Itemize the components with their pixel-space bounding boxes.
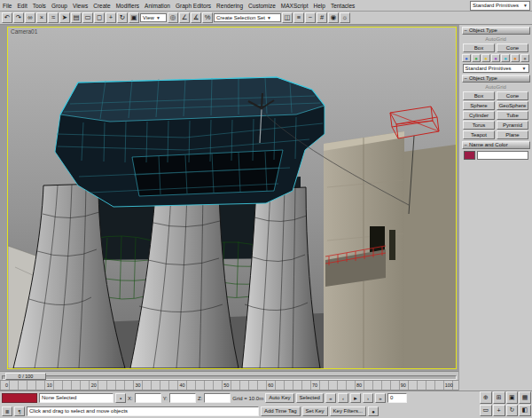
zoom-icon[interactable]: ⊕ bbox=[480, 391, 492, 404]
menu-group[interactable]: Group bbox=[49, 3, 70, 9]
schematic-view-icon[interactable]: # bbox=[317, 12, 327, 23]
auto-key-button[interactable]: Auto Key bbox=[265, 393, 293, 403]
material-editor-icon[interactable]: ◉ bbox=[328, 12, 339, 23]
zoom-region-icon[interactable]: ▭ bbox=[480, 405, 492, 417]
listener-icon[interactable]: ¶ bbox=[14, 406, 25, 416]
x-coordinate-field[interactable] bbox=[135, 393, 161, 403]
rollout-object-type-mini[interactable]: − Object Type bbox=[462, 27, 530, 35]
time-slider-handle[interactable]: 0 / 100 bbox=[5, 373, 46, 380]
lights-icon[interactable]: ● bbox=[481, 54, 490, 62]
key-filters-button[interactable]: Key Filters... bbox=[330, 406, 366, 416]
use-pivot-center-icon[interactable]: ◎ bbox=[168, 12, 178, 23]
menu-maxscript[interactable]: MAXScript bbox=[278, 3, 311, 9]
y-coordinate-field[interactable] bbox=[169, 393, 196, 403]
menu-file[interactable]: File bbox=[0, 3, 14, 9]
maxscript-icon[interactable]: ≣ bbox=[2, 406, 12, 416]
select-and-link-icon[interactable]: ∞ bbox=[25, 12, 35, 23]
track-bar[interactable]: 0 10 20 30 40 50 60 70 80 90 100 bbox=[0, 381, 458, 390]
snap-toggle-icon[interactable]: ∠ bbox=[179, 12, 190, 23]
box-button-mini[interactable]: Box bbox=[463, 43, 495, 52]
pyramid-button[interactable]: Pyramid bbox=[497, 121, 528, 130]
zoom-all-icon[interactable]: ⊞ bbox=[493, 391, 505, 404]
play-icon[interactable]: ► bbox=[350, 393, 361, 403]
set-key-button[interactable]: Set Key bbox=[302, 406, 328, 416]
angle-snap-icon[interactable]: ∡ bbox=[191, 12, 201, 23]
box-button[interactable]: Box bbox=[463, 91, 495, 100]
cylinder-button[interactable]: Cylinder bbox=[463, 111, 495, 120]
viewport-area[interactable]: Camera01 bbox=[0, 25, 458, 371]
previous-frame-icon[interactable]: ‹ bbox=[338, 393, 348, 403]
select-by-name-icon[interactable]: ▤ bbox=[71, 12, 82, 23]
menu-rendering[interactable]: Rendering bbox=[214, 3, 246, 9]
viewport-label[interactable]: Camera01 bbox=[11, 28, 37, 35]
bind-to-space-warp-icon[interactable]: ≈ bbox=[48, 12, 59, 23]
rollout-object-type[interactable]: − Object Type bbox=[462, 75, 530, 83]
tube-button[interactable]: Tube bbox=[497, 111, 528, 120]
curve-editor-icon[interactable]: ~ bbox=[305, 12, 316, 23]
menu-tentacles[interactable]: Tentacles bbox=[328, 3, 357, 9]
cameras-icon[interactable]: ● bbox=[491, 54, 500, 62]
redo-icon[interactable]: ↷ bbox=[13, 12, 24, 23]
menu-tools[interactable]: Tools bbox=[30, 3, 49, 9]
select-and-move-icon[interactable]: + bbox=[106, 12, 116, 23]
teapot-button[interactable]: Teapot bbox=[463, 130, 495, 139]
reference-coordinate-dropdown[interactable]: View ▼ bbox=[140, 13, 167, 22]
helpers-icon[interactable]: ● bbox=[501, 54, 510, 62]
select-and-scale-icon[interactable]: ▣ bbox=[129, 12, 139, 23]
select-object-icon[interactable]: ➤ bbox=[59, 12, 70, 23]
cone-button[interactable]: Cone bbox=[497, 91, 528, 100]
systems-icon[interactable]: ● bbox=[520, 54, 529, 62]
window-crossing-icon[interactable]: ◻ bbox=[94, 12, 105, 23]
autogrid-toggle-mini[interactable]: AutoGrid bbox=[459, 35, 532, 43]
menu-edit[interactable]: Edit bbox=[14, 3, 29, 9]
mirror-icon[interactable]: ◫ bbox=[282, 12, 293, 23]
percent-snap-icon[interactable]: % bbox=[202, 12, 213, 23]
object-color-swatch[interactable] bbox=[464, 151, 475, 160]
undo-icon[interactable]: ↶ bbox=[2, 12, 12, 23]
menu-customize[interactable]: Customize bbox=[246, 3, 278, 9]
autogrid-toggle[interactable]: AutoGrid bbox=[459, 83, 532, 91]
time-slider[interactable]: 0 / 100 bbox=[0, 371, 458, 381]
space-warps-icon[interactable]: ● bbox=[511, 54, 520, 62]
align-icon[interactable]: ≡ bbox=[293, 12, 304, 23]
time-slider-track[interactable] bbox=[2, 375, 457, 380]
shapes-icon[interactable]: ● bbox=[472, 54, 481, 62]
primitives-dropdown-top[interactable]: Standard Primitives ▼ bbox=[470, 1, 530, 11]
maxscript-mini-listener[interactable] bbox=[2, 393, 37, 403]
menu-graph-editors[interactable]: Graph Editors bbox=[173, 3, 214, 9]
cone-button-mini[interactable]: Cone bbox=[497, 43, 528, 52]
zoom-extents-icon[interactable]: ▣ bbox=[506, 391, 519, 404]
select-and-rotate-icon[interactable]: ↻ bbox=[117, 12, 128, 23]
primitives-dropdown[interactable]: Standard Primitives ▼ bbox=[463, 64, 529, 73]
go-to-end-icon[interactable]: » bbox=[375, 393, 386, 403]
status-selection-field[interactable]: None Selected bbox=[39, 393, 113, 403]
pan-icon[interactable]: + bbox=[493, 405, 505, 417]
add-time-tag-button[interactable]: Add Time Tag bbox=[261, 406, 301, 416]
object-name-field[interactable] bbox=[477, 151, 528, 160]
unlink-icon[interactable]: × bbox=[36, 12, 47, 23]
geosphere-button[interactable]: GeoSphere bbox=[497, 101, 528, 110]
zoom-extents-all-icon[interactable]: ▦ bbox=[519, 391, 531, 404]
plane-button[interactable]: Plane bbox=[497, 130, 528, 139]
menu-create[interactable]: Create bbox=[90, 3, 113, 9]
viewport-scene[interactable] bbox=[8, 28, 456, 368]
selected-dropdown[interactable]: Selected bbox=[296, 393, 324, 403]
arc-rotate-icon[interactable]: ↻ bbox=[506, 405, 519, 417]
current-time-field[interactable]: 0 bbox=[387, 393, 407, 403]
active-viewport[interactable]: Camera01 bbox=[7, 27, 457, 369]
torus-button[interactable]: Torus bbox=[463, 121, 495, 130]
sphere-button[interactable]: Sphere bbox=[463, 101, 495, 110]
menu-animation[interactable]: Animation bbox=[142, 3, 173, 9]
selection-set-dropdown[interactable]: Create Selection Set ▼ bbox=[214, 13, 281, 22]
menu-views[interactable]: Views bbox=[70, 3, 90, 9]
rollout-name-and-color[interactable]: − Name and Color bbox=[462, 141, 530, 149]
geometry-icon[interactable]: ● bbox=[462, 54, 471, 62]
go-to-start-icon[interactable]: « bbox=[325, 393, 336, 403]
next-frame-icon[interactable]: › bbox=[363, 393, 373, 403]
render-scene-icon[interactable]: ☼ bbox=[340, 12, 350, 23]
key-mode-toggle-icon[interactable]: ● bbox=[368, 406, 379, 416]
menu-modifiers[interactable]: Modifiers bbox=[113, 3, 142, 9]
rectangular-selection-icon[interactable]: ▭ bbox=[82, 12, 93, 23]
min-max-toggle-icon[interactable]: ◧ bbox=[519, 405, 531, 417]
menu-help[interactable]: Help bbox=[311, 3, 328, 9]
